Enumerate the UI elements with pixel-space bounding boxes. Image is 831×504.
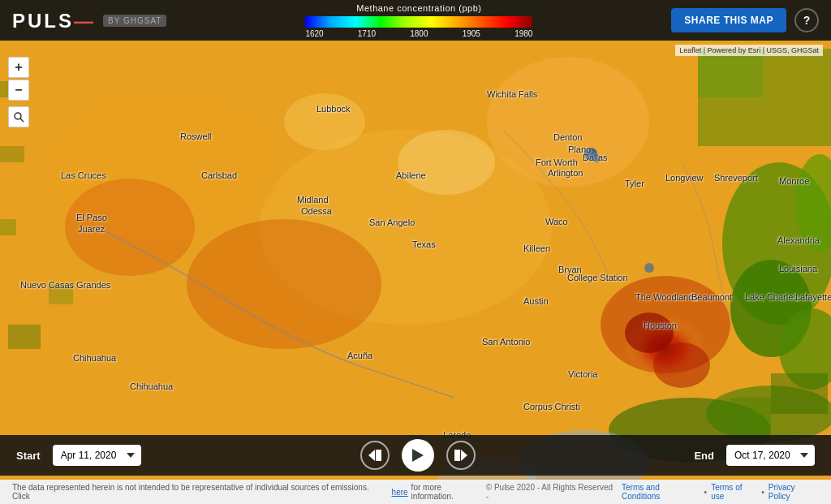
svg-rect-30	[771, 373, 828, 414]
playback-controls	[153, 439, 682, 472]
legend-val-5: 1980	[515, 29, 532, 38]
forward-button[interactable]	[446, 441, 476, 470]
legend-val-2: 1710	[358, 29, 376, 38]
zoom-in-button[interactable]: +	[8, 57, 29, 78]
svg-marker-37	[461, 450, 467, 461]
disclaimer-link[interactable]: here	[392, 488, 408, 497]
svg-point-8	[187, 219, 381, 349]
svg-marker-34	[368, 450, 375, 461]
svg-rect-25	[8, 325, 41, 349]
footer-copyright: © Pulse 2020 - All Rights Reserved - Ter…	[486, 483, 819, 501]
disclaimer-text: The data represented herein is not inten…	[12, 483, 389, 501]
svg-point-7	[487, 57, 649, 187]
legend-color-bar	[305, 16, 532, 28]
svg-rect-28	[0, 146, 24, 162]
svg-point-23	[592, 154, 601, 162]
svg-rect-27	[0, 219, 16, 235]
header-right: SHARE THIS MAP ?	[671, 8, 819, 32]
svg-point-24	[644, 263, 654, 273]
end-label: End	[694, 450, 714, 462]
end-date-dropdown[interactable]: Oct 17, 2020	[726, 445, 815, 466]
svg-rect-38	[454, 450, 460, 461]
legend-val-1: 1620	[305, 29, 323, 38]
map-attribution: Leaflet | Powered by Esri | USGS, GHGSat	[675, 45, 823, 56]
header: PULS— by GHGSat Methane concentration (p…	[0, 0, 831, 41]
svg-rect-26	[49, 284, 73, 304]
svg-point-18	[398, 130, 495, 195]
legend-container: Methane concentration (ppb) 1620 1710 18…	[183, 3, 655, 38]
svg-point-13	[653, 342, 710, 388]
legend-val-3: 1800	[410, 29, 428, 38]
map-visualization	[0, 0, 831, 504]
legend-val-4: 1905	[463, 29, 480, 38]
footer-bar: The data represented herein is not inten…	[0, 480, 831, 504]
svg-rect-31	[730, 398, 771, 430]
by-ghgsat-badge: by GHGSat	[103, 15, 166, 27]
svg-point-19	[284, 93, 365, 150]
map-container: PULS— by GHGSat Methane concentration (p…	[0, 0, 831, 504]
terms-conditions-link[interactable]: Terms and Conditions	[622, 483, 700, 501]
zoom-controls: + −	[8, 57, 29, 127]
svg-rect-21	[698, 49, 763, 97]
legend-title: Methane concentration (ppb)	[356, 3, 481, 13]
privacy-policy-link[interactable]: Privacy Policy	[769, 483, 819, 501]
terms-use-link[interactable]: Terms of use	[711, 483, 757, 501]
zoom-out-button[interactable]: −	[8, 80, 29, 101]
playback-controls-bar: Start Apr 11, 2020	[0, 435, 831, 476]
rewind-button[interactable]	[360, 441, 390, 470]
start-date-dropdown[interactable]: Apr 11, 2020	[53, 445, 141, 466]
footer-disclaimer: The data represented herein is not inten…	[12, 483, 486, 501]
logo-text: PULS—	[12, 8, 97, 33]
legend-labels: 1620 1710 1800 1905 1980	[305, 29, 532, 38]
copyright-text: © Pulse 2020 - All Rights Reserved -	[486, 483, 618, 501]
search-location-button[interactable]	[8, 106, 29, 127]
disclaimer-end: for more information.	[411, 483, 486, 501]
logo: PULS— by GHGSat	[12, 8, 166, 33]
share-this-map-button[interactable]: SHARE THIS MAP	[671, 8, 786, 32]
svg-point-32	[15, 113, 21, 119]
help-button[interactable]: ?	[794, 8, 819, 32]
play-pause-button[interactable]	[402, 439, 434, 472]
start-label: Start	[16, 450, 41, 462]
legend-bar-wrapper: 1620 1710 1800 1905 1980	[305, 16, 532, 38]
svg-line-33	[20, 118, 24, 122]
svg-point-10	[65, 179, 195, 276]
svg-marker-36	[412, 449, 424, 462]
svg-rect-35	[376, 450, 381, 461]
